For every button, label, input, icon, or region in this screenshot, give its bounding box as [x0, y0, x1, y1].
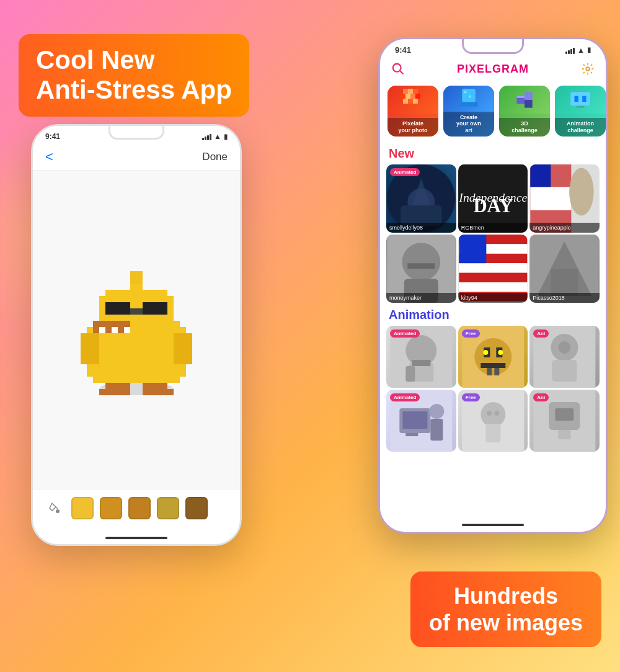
- category-create[interactable]: Createyour ownart: [443, 86, 494, 137]
- app-title: PIXELGRAM: [457, 63, 529, 76]
- category-animation[interactable]: Animationchallenge: [555, 86, 606, 137]
- svg-rect-102: [485, 424, 500, 442]
- animation-icon: [569, 88, 592, 112]
- svg-rect-85: [480, 363, 505, 368]
- svg-point-88: [483, 350, 488, 355]
- svg-rect-21: [161, 389, 174, 395]
- svg-point-89: [498, 350, 503, 355]
- svg-rect-9: [143, 302, 167, 315]
- svg-rect-10: [130, 308, 143, 315]
- right-phone-status-bar: 9:41 ▲ ▮: [380, 39, 606, 57]
- svg-rect-69: [459, 273, 527, 282]
- svg-point-25: [586, 67, 590, 71]
- pixel-duck-art: [74, 265, 198, 395]
- svg-point-23: [393, 64, 401, 72]
- svg-rect-87: [494, 368, 499, 375]
- right-wifi-icon: ▲: [577, 46, 585, 55]
- category-create-label: Createyour ownart: [443, 112, 494, 137]
- new-item-3[interactable]: angrypineapple: [529, 164, 600, 233]
- svg-rect-97: [405, 433, 418, 436]
- svg-rect-30: [405, 94, 410, 99]
- new-item-1[interactable]: Animated smellydelly08: [386, 164, 456, 233]
- new-item-6[interactable]: Picasso2018: [529, 235, 600, 303]
- color-swatch-5[interactable]: [185, 497, 208, 519]
- svg-rect-35: [413, 99, 418, 104]
- right-phone-status-icons: ▲ ▮: [565, 46, 591, 55]
- svg-rect-33: [403, 99, 408, 104]
- pixelate-icon: [401, 89, 425, 111]
- anim-item-2[interactable]: Free: [458, 326, 528, 388]
- anim-item-5[interactable]: Free: [458, 390, 528, 452]
- svg-rect-70: [459, 282, 527, 292]
- anim-item-3[interactable]: Ani: [529, 326, 600, 388]
- done-button[interactable]: Done: [202, 151, 228, 163]
- new-item-6-label: Picasso2018: [529, 293, 600, 303]
- gear-icon[interactable]: [581, 62, 595, 76]
- category-pixelate-label: Pixelateyour photo: [388, 118, 438, 137]
- category-pixelate[interactable]: Pixelateyour photo: [388, 86, 438, 137]
- home-indicator: [33, 532, 240, 544]
- new-item-5[interactable]: kitty94: [458, 235, 528, 303]
- new-item-3-label: angrypineapple: [529, 223, 600, 233]
- anim-badge-4: Animated: [390, 393, 420, 401]
- new-item-4-label: moneymaker: [386, 293, 456, 303]
- svg-rect-46: [582, 96, 586, 102]
- left-phone-time: 9:41: [45, 132, 60, 141]
- anim-item-6[interactable]: Ani: [529, 390, 600, 452]
- anim-item-1[interactable]: Animated: [386, 326, 456, 388]
- left-phone-status-icons: ▲ ▮: [202, 132, 228, 141]
- svg-rect-92: [552, 360, 577, 382]
- category-3d[interactable]: 3Dchallenge: [499, 86, 550, 137]
- section-new-title: New: [380, 141, 606, 164]
- color-swatch-2[interactable]: [100, 497, 122, 519]
- anim-badge-1: Animated: [390, 329, 420, 338]
- svg-rect-43: [516, 96, 525, 97]
- color-swatch-1[interactable]: [71, 497, 94, 519]
- battery-icon: ▮: [224, 133, 228, 141]
- right-signal-bars-icon: [565, 47, 575, 54]
- svg-rect-14: [112, 327, 118, 333]
- anim-item-4[interactable]: Animated: [386, 390, 456, 452]
- svg-rect-26: [403, 89, 408, 94]
- new-item-2-label: RGBmen: [458, 223, 528, 233]
- svg-rect-108: [559, 430, 571, 439]
- svg-rect-99: [430, 419, 443, 441]
- right-phone: 9:41 ▲ ▮ PIXELGRAM: [378, 37, 608, 534]
- svg-point-103: [487, 411, 492, 416]
- svg-rect-38: [469, 95, 471, 97]
- new-item-2[interactable]: Independence DAY RGBmen: [458, 164, 528, 233]
- search-icon[interactable]: [391, 62, 405, 76]
- svg-rect-7: [130, 271, 143, 284]
- svg-rect-72: [459, 235, 486, 263]
- category-animation-label: Animationchallenge: [555, 118, 606, 137]
- create-icon: [458, 89, 480, 111]
- color-swatch-3[interactable]: [128, 497, 151, 519]
- bottom-text-box: Hundreds of new images: [410, 571, 601, 647]
- right-phone-time: 9:41: [395, 45, 411, 55]
- anim-badge-5: Free: [462, 393, 480, 401]
- svg-rect-57: [531, 187, 572, 210]
- svg-rect-63: [407, 263, 435, 269]
- svg-point-82: [474, 338, 512, 375]
- new-image-grid: Animated smellydelly08 Independence DAY …: [380, 164, 606, 303]
- svg-rect-39: [460, 102, 478, 106]
- pixel-canvas[interactable]: [33, 171, 240, 489]
- color-swatch-4[interactable]: [157, 497, 179, 519]
- svg-rect-2: [87, 327, 186, 377]
- right-phone-header: PIXELGRAM: [380, 57, 606, 81]
- new-item-4[interactable]: moneymaker: [386, 235, 456, 303]
- category-3d-label: 3Dchallenge: [499, 118, 550, 137]
- svg-line-24: [400, 71, 403, 74]
- svg-rect-96: [402, 411, 427, 429]
- back-button[interactable]: <: [45, 149, 53, 165]
- svg-rect-37: [464, 91, 467, 93]
- bucket-tool[interactable]: [43, 497, 65, 519]
- new-item-5-label: kitty94: [458, 293, 528, 303]
- right-phone-home: [380, 518, 606, 532]
- svg-rect-86: [487, 368, 492, 375]
- svg-rect-107: [556, 408, 574, 421]
- svg-rect-28: [413, 89, 418, 94]
- signal-bars-icon: [202, 133, 211, 140]
- svg-rect-41: [525, 92, 533, 100]
- svg-rect-75: [551, 269, 578, 296]
